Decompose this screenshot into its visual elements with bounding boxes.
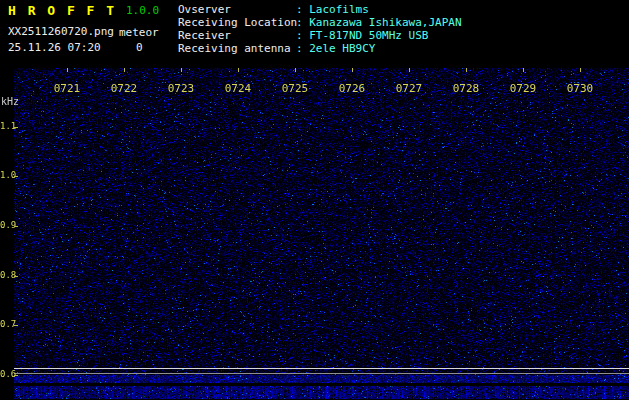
station-info: Ovserver: Lacofilms Receiving Location: … [178, 3, 462, 55]
info-row-receiver: Receiver: FT-817ND 50MHz USB [178, 29, 462, 42]
info-row-antenna: Receiving antenna: 2ele HB9CY [178, 42, 462, 55]
output-filename: XX2511260720.png [8, 25, 114, 38]
info-label: Receiving Location [178, 16, 296, 29]
info-label: Receiving antenna [178, 42, 296, 55]
observation-datetime: 25.11.26 07:20 [8, 41, 101, 54]
spectrogram-canvas [14, 68, 629, 383]
meteor-label: meteor [119, 26, 159, 39]
freq-label: 0.7 [0, 319, 14, 329]
info-value: : 2ele HB9CY [296, 42, 375, 55]
info-row-observer: Ovserver: Lacofilms [178, 3, 462, 16]
freq-label: 0.6 [0, 369, 14, 379]
signal-level-canvas [14, 386, 629, 399]
freq-label: 0.8 [0, 270, 14, 280]
hrofft-output: H R O F F T 1.0.0 XX2511260720.png meteo… [0, 0, 629, 400]
info-row-location: Receiving Location: Kanazawa Ishikawa,JA… [178, 16, 462, 29]
app-version: 1.0.0 [126, 4, 159, 17]
info-label: Ovserver [178, 3, 296, 16]
header: H R O F F T 1.0.0 XX2511260720.png meteo… [0, 0, 629, 68]
freq-label: 1.1 [0, 121, 14, 131]
info-value: : FT-817ND 50MHz USB [296, 29, 428, 42]
app-title: H R O F F T [8, 3, 116, 18]
info-value: : Lacofilms [296, 3, 369, 16]
info-label: Receiver [178, 29, 296, 42]
freq-label: 1.0 [0, 170, 14, 180]
info-value: : Kanazawa Ishikawa,JAPAN [296, 16, 462, 29]
freq-label: 0.9 [0, 220, 14, 230]
meteor-count: 0 [136, 41, 143, 54]
